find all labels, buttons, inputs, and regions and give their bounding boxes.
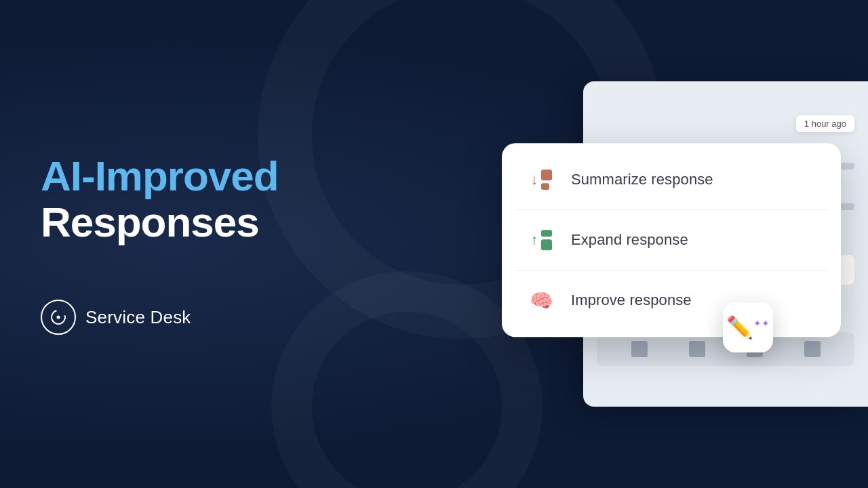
- improve-label: Improve response: [571, 291, 692, 309]
- brand-logo: [41, 300, 76, 335]
- improve-icon: 🧠: [526, 285, 556, 315]
- expand-label: Expand response: [571, 231, 688, 249]
- bottom-icon-attach: [631, 341, 648, 357]
- left-panel: AI-Improved Responses Service Desk: [41, 0, 380, 488]
- dropdown-card: ↓ Summarize response ↑: [502, 143, 841, 337]
- expand-arrow-icon: ↑: [531, 231, 538, 249]
- brand: Service Desk: [41, 300, 380, 335]
- bottom-icon-chat: [804, 341, 821, 357]
- menu-item-improve[interactable]: 🧠 Improve response: [502, 270, 841, 330]
- headline-line1: AI-Improved: [41, 153, 380, 199]
- brain-icon: 🧠: [530, 289, 553, 312]
- summarize-label: Summarize response: [571, 171, 713, 188]
- headline-line2: Responses: [41, 199, 380, 245]
- summarize-icon: ↓: [526, 165, 556, 195]
- brand-name: Service Desk: [85, 307, 191, 328]
- headline: AI-Improved Responses: [41, 153, 380, 245]
- expand-icon: ↑: [526, 225, 556, 255]
- brand-logo-inner: [49, 308, 68, 327]
- expand-blocks-icon: [541, 230, 552, 250]
- summarize-arrow-icon: ↓: [531, 171, 538, 188]
- logo-dot-icon: [57, 316, 60, 319]
- summarize-blocks-icon: [541, 169, 552, 190]
- wand-icon: ✏️✦✦: [726, 317, 770, 338]
- menu-item-expand[interactable]: ↑ Expand response: [502, 210, 841, 270]
- right-panel: 1 hour ago: [407, 0, 868, 488]
- timestamp-badge: 1 hour ago: [796, 115, 854, 132]
- bottom-icon-image: [689, 341, 705, 357]
- ai-wand-button[interactable]: ✏️✦✦: [723, 302, 773, 352]
- menu-item-summarize[interactable]: ↓ Summarize response: [502, 150, 841, 209]
